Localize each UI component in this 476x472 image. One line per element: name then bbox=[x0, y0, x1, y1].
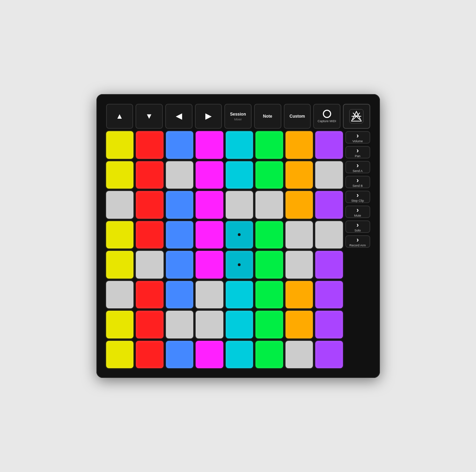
pad-1-1[interactable] bbox=[136, 161, 164, 189]
grid-row-3 bbox=[106, 221, 343, 249]
volume-label: Volume bbox=[352, 139, 363, 143]
pad-1-5[interactable] bbox=[255, 161, 283, 189]
pad-4-4[interactable] bbox=[226, 251, 253, 279]
pad-3-0[interactable] bbox=[106, 221, 134, 249]
pad-5-7[interactable] bbox=[315, 281, 343, 309]
pad-7-3[interactable] bbox=[196, 341, 223, 369]
button-volume[interactable]: › Volume bbox=[345, 131, 370, 144]
pad-7-5[interactable] bbox=[255, 341, 283, 369]
pad-6-7[interactable] bbox=[315, 311, 343, 338]
grid-row-5 bbox=[106, 281, 343, 309]
button-pan[interactable]: › Pan bbox=[345, 146, 370, 158]
button-session[interactable]: Session Mixer bbox=[224, 104, 252, 129]
button-capture-midi[interactable]: Capture MIDI bbox=[313, 104, 340, 129]
pad-1-7[interactable] bbox=[315, 161, 343, 189]
pad-3-4[interactable] bbox=[226, 221, 253, 249]
pad-5-3[interactable] bbox=[196, 281, 223, 309]
button-send-a[interactable]: › Send A bbox=[345, 161, 370, 173]
left-arrow-icon: ◀ bbox=[176, 112, 182, 120]
pad-2-3[interactable] bbox=[196, 191, 223, 219]
pad-0-4[interactable] bbox=[226, 131, 253, 159]
send-b-chevron-icon: › bbox=[356, 176, 359, 183]
pad-5-0[interactable] bbox=[106, 281, 134, 309]
top-row: ▲ ▼ ◀ ▶ Session Mixer Note Custom Captur bbox=[106, 104, 370, 129]
button-down[interactable]: ▼ bbox=[136, 104, 163, 129]
button-solo[interactable]: › Solo bbox=[345, 220, 370, 233]
pad-0-5[interactable] bbox=[255, 131, 283, 159]
pad-4-7[interactable] bbox=[315, 251, 343, 279]
logo-button[interactable] bbox=[343, 104, 370, 129]
pad-2-2[interactable] bbox=[166, 191, 194, 219]
pad-2-1[interactable] bbox=[136, 191, 164, 219]
pad-7-4[interactable] bbox=[226, 341, 253, 369]
pad-4-0[interactable] bbox=[106, 251, 134, 279]
button-up[interactable]: ▲ bbox=[106, 104, 133, 129]
main-area: › Volume › Pan › Send A › Send B › Stop … bbox=[106, 131, 370, 368]
pad-2-6[interactable] bbox=[286, 191, 313, 219]
button-left[interactable]: ◀ bbox=[165, 104, 193, 129]
pad-3-7[interactable] bbox=[315, 221, 343, 249]
button-mute[interactable]: › Mute bbox=[345, 206, 370, 218]
pad-6-3[interactable] bbox=[196, 311, 223, 338]
button-custom[interactable]: Custom bbox=[284, 104, 311, 129]
pad-3-2[interactable] bbox=[166, 221, 194, 249]
button-note[interactable]: Note bbox=[254, 104, 281, 129]
pad-7-0[interactable] bbox=[106, 341, 134, 369]
grid-row-4 bbox=[106, 251, 343, 279]
button-send-b[interactable]: › Send B bbox=[345, 176, 370, 188]
pad-4-3[interactable] bbox=[196, 251, 223, 279]
pad-4-6[interactable] bbox=[286, 251, 313, 279]
pad-5-1[interactable] bbox=[136, 281, 164, 309]
pad-grid bbox=[106, 131, 343, 368]
pad-6-0[interactable] bbox=[106, 311, 134, 338]
capture-midi-icon bbox=[323, 110, 331, 118]
pad-7-2[interactable] bbox=[166, 341, 194, 369]
note-label: Note bbox=[263, 114, 272, 119]
button-record-arm[interactable]: › Record Arm bbox=[345, 235, 370, 248]
send-a-chevron-icon: › bbox=[356, 162, 359, 169]
pad-2-0[interactable] bbox=[106, 191, 134, 219]
pad-4-5[interactable] bbox=[255, 251, 283, 279]
pad-5-2[interactable] bbox=[166, 281, 194, 309]
pad-0-7[interactable] bbox=[315, 131, 343, 159]
pad-5-5[interactable] bbox=[255, 281, 283, 309]
pad-1-3[interactable] bbox=[196, 161, 223, 189]
send-a-label: Send A bbox=[353, 169, 363, 173]
session-label: Session bbox=[230, 112, 246, 117]
pad-6-1[interactable] bbox=[136, 311, 164, 338]
pad-5-6[interactable] bbox=[286, 281, 313, 309]
pad-1-2[interactable] bbox=[166, 161, 194, 189]
pad-7-1[interactable] bbox=[136, 341, 164, 369]
pad-5-4[interactable] bbox=[226, 281, 253, 309]
pad-2-7[interactable] bbox=[315, 191, 343, 219]
pad-1-4[interactable] bbox=[226, 161, 253, 189]
pad-6-5[interactable] bbox=[255, 311, 283, 338]
down-arrow-icon: ▼ bbox=[146, 112, 153, 120]
pad-0-0[interactable] bbox=[106, 131, 134, 159]
pad-1-6[interactable] bbox=[286, 161, 313, 189]
pad-2-5[interactable] bbox=[255, 191, 283, 219]
pad-3-3[interactable] bbox=[196, 221, 223, 249]
pad-0-2[interactable] bbox=[166, 131, 194, 159]
grid-row-1 bbox=[106, 161, 343, 189]
pad-6-4[interactable] bbox=[226, 311, 253, 338]
grid-row-0 bbox=[106, 131, 343, 159]
pad-0-6[interactable] bbox=[286, 131, 313, 159]
pad-3-5[interactable] bbox=[255, 221, 283, 249]
pad-4-2[interactable] bbox=[166, 251, 194, 279]
pad-3-1[interactable] bbox=[136, 221, 164, 249]
pad-1-0[interactable] bbox=[106, 161, 134, 189]
pad-7-6[interactable] bbox=[286, 341, 313, 369]
pad-7-7[interactable] bbox=[315, 341, 343, 369]
pad-0-1[interactable] bbox=[136, 131, 164, 159]
button-right[interactable]: ▶ bbox=[195, 104, 222, 129]
pad-4-1[interactable] bbox=[136, 251, 164, 279]
mute-label: Mute bbox=[354, 214, 361, 217]
pad-3-6[interactable] bbox=[286, 221, 313, 249]
pad-2-4[interactable] bbox=[226, 191, 253, 219]
pad-6-6[interactable] bbox=[286, 311, 313, 338]
button-stop-clip[interactable]: › Stop Clip bbox=[345, 191, 370, 203]
pad-6-2[interactable] bbox=[166, 311, 194, 338]
record-arm-label: Record Arm bbox=[349, 244, 366, 247]
pad-0-3[interactable] bbox=[196, 131, 223, 159]
